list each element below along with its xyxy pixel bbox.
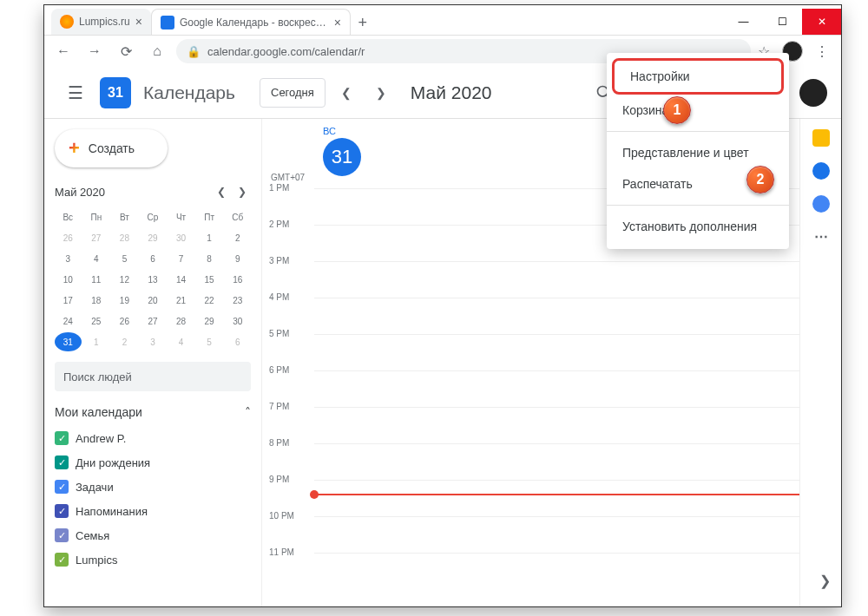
hour-row[interactable]: 6 PM xyxy=(262,370,799,407)
hour-line xyxy=(314,334,799,335)
calendar-checkbox[interactable]: ✓ xyxy=(55,431,69,445)
hour-row[interactable]: 8 PM xyxy=(262,443,799,480)
main-menu-icon[interactable]: ☰ xyxy=(58,75,93,110)
tab-lumpics[interactable]: Lumpics.ru × xyxy=(51,9,151,35)
tab-title: Google Календарь - воскресень xyxy=(180,16,329,29)
mini-day[interactable]: 6 xyxy=(140,249,167,268)
mini-day[interactable]: 19 xyxy=(111,291,138,310)
contacts-icon[interactable] xyxy=(812,195,830,213)
prev-period-button[interactable]: ❮ xyxy=(332,79,360,107)
back-button[interactable]: ← xyxy=(51,39,76,63)
mini-day[interactable]: 25 xyxy=(83,311,110,331)
mini-next-button[interactable]: ❯ xyxy=(233,183,251,200)
mini-day[interactable]: 27 xyxy=(140,311,167,331)
mini-day[interactable]: 30 xyxy=(224,311,251,331)
mini-day[interactable]: 13 xyxy=(140,270,167,289)
mini-day[interactable]: 27 xyxy=(83,228,110,247)
next-period-button[interactable]: ❯ xyxy=(367,79,395,107)
mini-day[interactable]: 29 xyxy=(140,228,167,247)
calendar-item[interactable]: ✓Напоминания xyxy=(55,499,251,523)
mini-day[interactable]: 30 xyxy=(168,228,194,247)
mini-day[interactable]: 4 xyxy=(168,332,194,351)
calendar-checkbox[interactable]: ✓ xyxy=(55,553,69,567)
mini-day[interactable]: 7 xyxy=(168,249,194,268)
calendar-item[interactable]: ✓Andrew P. xyxy=(55,426,251,450)
mini-day[interactable]: 9 xyxy=(224,249,251,268)
tab-calendar[interactable]: Google Календарь - воскресень × xyxy=(151,9,351,35)
search-people-input[interactable]: Поиск людей xyxy=(55,362,251,391)
hide-panel-icon[interactable]: ❯ xyxy=(819,573,831,589)
mini-day[interactable]: 28 xyxy=(168,311,194,331)
mini-day[interactable]: 3 xyxy=(140,332,167,351)
account-avatar[interactable] xyxy=(799,79,827,107)
hour-label: 10 PM xyxy=(269,511,294,521)
tasks-icon[interactable] xyxy=(812,162,830,180)
minimize-button[interactable]: — xyxy=(724,9,763,35)
mini-day[interactable]: 24 xyxy=(55,311,82,331)
home-button[interactable]: ⌂ xyxy=(145,39,169,63)
calendar-item[interactable]: ✓Семья xyxy=(55,523,251,547)
mini-day[interactable]: 2 xyxy=(111,332,138,351)
menu-trash[interactable]: Корзина xyxy=(607,95,789,126)
mini-day[interactable]: 1 xyxy=(196,228,223,247)
mini-day[interactable]: 18 xyxy=(83,291,110,310)
mini-day[interactable]: 14 xyxy=(168,270,194,289)
reload-button[interactable]: ⟳ xyxy=(114,39,138,63)
mini-day[interactable]: 20 xyxy=(140,291,167,310)
menu-settings[interactable]: Настройки xyxy=(615,61,781,92)
mini-day[interactable]: 3 xyxy=(55,249,82,268)
calendar-checkbox[interactable]: ✓ xyxy=(55,480,69,494)
keep-icon[interactable] xyxy=(812,129,830,147)
maximize-button[interactable]: ☐ xyxy=(763,9,802,35)
calendar-item[interactable]: ✓Дни рождения xyxy=(55,450,251,475)
calendar-checkbox[interactable]: ✓ xyxy=(55,528,69,542)
new-tab-button[interactable]: + xyxy=(351,10,375,35)
forward-button[interactable]: → xyxy=(82,39,107,63)
close-icon[interactable]: × xyxy=(135,15,142,29)
calendar-item[interactable]: ✓Задачи xyxy=(55,475,251,499)
my-calendars-toggle[interactable]: Мои календари ˄ xyxy=(55,405,251,419)
more-icon[interactable]: ⋯ xyxy=(814,228,828,245)
mini-day[interactable]: 1 xyxy=(83,332,110,351)
mini-day[interactable]: 26 xyxy=(111,311,138,331)
mini-day[interactable]: 28 xyxy=(111,228,138,247)
mini-day[interactable]: 23 xyxy=(224,291,251,310)
hour-row[interactable]: 4 PM xyxy=(262,298,799,334)
mini-day[interactable]: 5 xyxy=(111,249,138,268)
mini-day[interactable]: 11 xyxy=(83,270,110,289)
close-icon[interactable]: × xyxy=(334,16,341,29)
hour-row[interactable]: 11 PM xyxy=(262,553,799,589)
mini-day[interactable]: 22 xyxy=(196,291,223,310)
mini-day[interactable]: 21 xyxy=(168,291,194,310)
hour-line xyxy=(314,480,799,481)
hour-label: 3 PM xyxy=(269,256,289,265)
menu-addons[interactable]: Установить дополнения xyxy=(607,211,789,242)
calendar-checkbox[interactable]: ✓ xyxy=(55,504,69,518)
mini-day[interactable]: 5 xyxy=(196,332,223,351)
mini-day[interactable]: 2 xyxy=(224,228,251,247)
mini-prev-button[interactable]: ❮ xyxy=(213,183,230,200)
mini-day[interactable]: 10 xyxy=(55,270,82,289)
mini-day[interactable]: 26 xyxy=(55,228,82,247)
close-button[interactable]: ✕ xyxy=(802,9,841,35)
mini-day[interactable]: 17 xyxy=(55,291,82,310)
hour-row[interactable]: 5 PM xyxy=(262,334,799,370)
hour-row[interactable]: 9 PM xyxy=(262,480,799,516)
calendar-checkbox[interactable]: ✓ xyxy=(55,455,69,469)
mini-day[interactable]: 4 xyxy=(83,249,110,268)
today-button[interactable]: Сегодня xyxy=(260,78,326,108)
mini-day[interactable]: 12 xyxy=(111,270,138,289)
hour-row[interactable]: 7 PM xyxy=(262,407,799,443)
create-button[interactable]: + Создать xyxy=(55,129,168,167)
mini-day[interactable]: 15 xyxy=(196,270,223,289)
hour-row[interactable]: 3 PM xyxy=(262,261,799,298)
calendar-item[interactable]: ✓Lumpics xyxy=(55,547,251,572)
browser-menu-icon[interactable]: ⋮ xyxy=(810,43,834,60)
menu-density[interactable]: Представление и цвет xyxy=(607,137,789,168)
mini-day[interactable]: 31 xyxy=(55,332,82,351)
mini-day[interactable]: 16 xyxy=(224,270,251,289)
mini-day[interactable]: 6 xyxy=(224,332,251,351)
hour-row[interactable]: 10 PM xyxy=(262,516,799,553)
mini-day[interactable]: 29 xyxy=(196,311,223,331)
mini-day[interactable]: 8 xyxy=(196,249,223,268)
